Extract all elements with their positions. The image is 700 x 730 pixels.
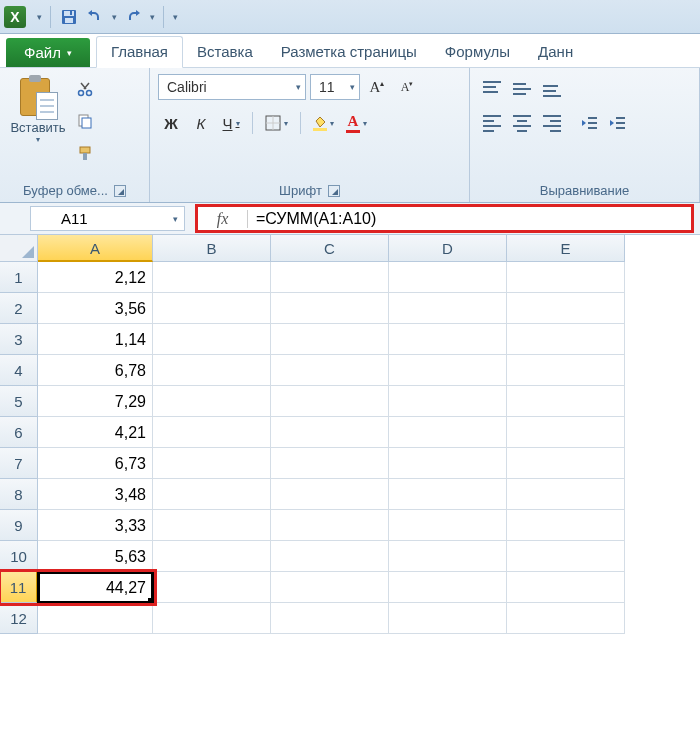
shrink-font-button[interactable]: A▾: [394, 74, 420, 100]
align-bottom-button[interactable]: [538, 74, 566, 100]
cell-E10[interactable]: [507, 541, 625, 572]
column-header-E[interactable]: E: [507, 235, 625, 262]
column-header-D[interactable]: D: [389, 235, 507, 262]
cell-A6[interactable]: 4,21: [38, 417, 153, 448]
cell-E1[interactable]: [507, 262, 625, 293]
row-header-1[interactable]: 1: [0, 262, 38, 293]
redo-button[interactable]: [121, 5, 145, 29]
align-right-button[interactable]: [538, 110, 566, 136]
cell-C5[interactable]: [271, 386, 389, 417]
grow-font-button[interactable]: A▴: [364, 74, 390, 100]
column-header-A[interactable]: A: [38, 235, 153, 262]
cell-D11[interactable]: [389, 572, 507, 603]
cell-E4[interactable]: [507, 355, 625, 386]
cell-D2[interactable]: [389, 293, 507, 324]
cell-E7[interactable]: [507, 448, 625, 479]
column-header-C[interactable]: C: [271, 235, 389, 262]
cell-E11[interactable]: [507, 572, 625, 603]
row-header-11[interactable]: 11: [0, 572, 38, 603]
cell-D10[interactable]: [389, 541, 507, 572]
font-name-combo[interactable]: Calibri ▾: [158, 74, 306, 100]
cell-D9[interactable]: [389, 510, 507, 541]
align-middle-button[interactable]: [508, 74, 536, 100]
row-header-8[interactable]: 8: [0, 479, 38, 510]
cell-C2[interactable]: [271, 293, 389, 324]
cell-E6[interactable]: [507, 417, 625, 448]
decrease-indent-button[interactable]: [576, 110, 602, 136]
cell-E12[interactable]: [507, 603, 625, 634]
align-left-button[interactable]: [478, 110, 506, 136]
format-painter-button[interactable]: [74, 142, 96, 164]
bold-button[interactable]: Ж: [158, 110, 184, 136]
cell-A9[interactable]: 3,33: [38, 510, 153, 541]
cell-E5[interactable]: [507, 386, 625, 417]
cell-B4[interactable]: [153, 355, 271, 386]
cell-D4[interactable]: [389, 355, 507, 386]
cut-button[interactable]: [74, 78, 96, 100]
italic-button[interactable]: К: [188, 110, 214, 136]
cell-B7[interactable]: [153, 448, 271, 479]
dialog-launcher-icon[interactable]: [328, 185, 340, 197]
select-all-corner[interactable]: [0, 235, 38, 262]
cell-A10[interactable]: 5,63: [38, 541, 153, 572]
cell-A11[interactable]: 44,27: [38, 572, 153, 603]
cell-C4[interactable]: [271, 355, 389, 386]
row-header-7[interactable]: 7: [0, 448, 38, 479]
cell-D1[interactable]: [389, 262, 507, 293]
cell-A4[interactable]: 6,78: [38, 355, 153, 386]
cell-A5[interactable]: 7,29: [38, 386, 153, 417]
cell-D12[interactable]: [389, 603, 507, 634]
tab-data[interactable]: Данн: [524, 37, 587, 67]
name-box[interactable]: A11 ▾: [30, 206, 185, 231]
tab-insert[interactable]: Вставка: [183, 37, 267, 67]
cell-A7[interactable]: 6,73: [38, 448, 153, 479]
cell-A1[interactable]: 2,12: [38, 262, 153, 293]
row-header-3[interactable]: 3: [0, 324, 38, 355]
cell-B9[interactable]: [153, 510, 271, 541]
cell-C12[interactable]: [271, 603, 389, 634]
cell-E2[interactable]: [507, 293, 625, 324]
cells-area[interactable]: 2,123,561,146,787,294,216,733,483,335,63…: [38, 262, 625, 730]
row-header-6[interactable]: 6: [0, 417, 38, 448]
cell-B1[interactable]: [153, 262, 271, 293]
cell-C9[interactable]: [271, 510, 389, 541]
cell-C1[interactable]: [271, 262, 389, 293]
cell-B3[interactable]: [153, 324, 271, 355]
cell-E3[interactable]: [507, 324, 625, 355]
row-header-2[interactable]: 2: [0, 293, 38, 324]
cell-C6[interactable]: [271, 417, 389, 448]
paste-button[interactable]: Вставить ▾: [8, 74, 68, 164]
undo-button[interactable]: [83, 5, 107, 29]
cell-D5[interactable]: [389, 386, 507, 417]
fill-color-button[interactable]: ▾: [309, 110, 338, 136]
row-header-10[interactable]: 10: [0, 541, 38, 572]
cell-E8[interactable]: [507, 479, 625, 510]
row-header-5[interactable]: 5: [0, 386, 38, 417]
cell-B12[interactable]: [153, 603, 271, 634]
borders-button[interactable]: ▾: [261, 110, 292, 136]
cell-B2[interactable]: [153, 293, 271, 324]
row-header-12[interactable]: 12: [0, 603, 38, 634]
cell-D3[interactable]: [389, 324, 507, 355]
row-header-9[interactable]: 9: [0, 510, 38, 541]
fx-icon[interactable]: fx: [198, 210, 248, 228]
undo-dropdown[interactable]: ▾: [109, 12, 119, 22]
cell-A12[interactable]: [38, 603, 153, 634]
cell-D6[interactable]: [389, 417, 507, 448]
tab-formulas[interactable]: Формулы: [431, 37, 524, 67]
cell-E9[interactable]: [507, 510, 625, 541]
cell-B11[interactable]: [153, 572, 271, 603]
cell-B10[interactable]: [153, 541, 271, 572]
font-color-button[interactable]: A ▾: [342, 110, 371, 136]
column-header-B[interactable]: B: [153, 235, 271, 262]
qat-customize-dropdown[interactable]: ▾: [170, 12, 180, 22]
formula-bar-input[interactable]: =СУММ(A1:A10): [256, 210, 376, 228]
redo-dropdown[interactable]: ▾: [147, 12, 157, 22]
cell-C8[interactable]: [271, 479, 389, 510]
qat-app-dropdown[interactable]: ▾: [34, 12, 44, 22]
tab-page-layout[interactable]: Разметка страницы: [267, 37, 431, 67]
cell-C10[interactable]: [271, 541, 389, 572]
cell-C3[interactable]: [271, 324, 389, 355]
align-center-button[interactable]: [508, 110, 536, 136]
cell-D8[interactable]: [389, 479, 507, 510]
